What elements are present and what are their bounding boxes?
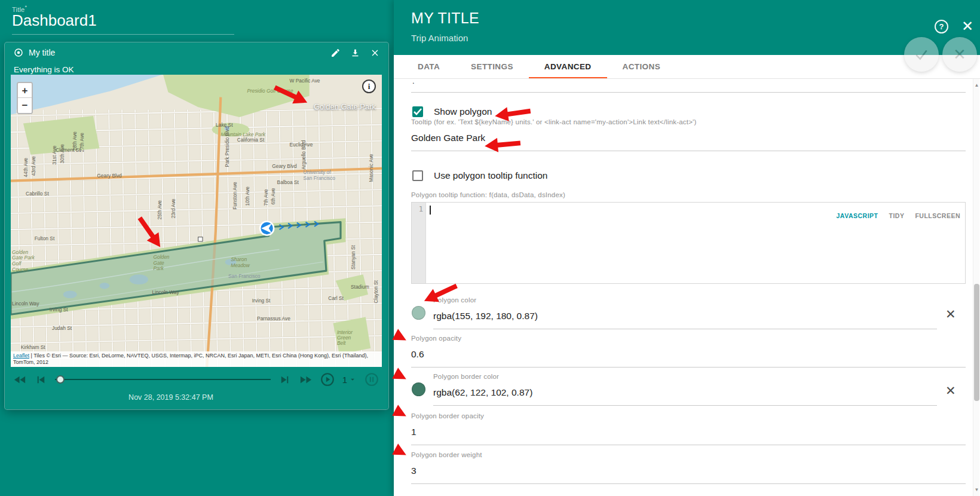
editor-language-button[interactable]: JAVASCRIPT xyxy=(837,212,878,219)
dialog-title: MY TITLE xyxy=(411,10,479,27)
map-polygon-tooltip: Golden Gate Park xyxy=(314,102,376,111)
widget-settings-dialog: MY TITLE Trip Animation ? ✕ ✕ DATA SETTI… xyxy=(394,0,980,496)
use-tooltip-function-label: Use polygon tooltip function xyxy=(434,170,547,181)
dialog-scrollbar[interactable]: ▲ ▼ xyxy=(973,79,979,496)
attribution-text: | Tiles © Esri — Source: Esri, DeLorme, … xyxy=(13,353,368,365)
code-editor[interactable]: 1 JAVASCRIPT TIDY FULLSCREEN xyxy=(411,202,966,284)
dialog-subtitle: Trip Animation xyxy=(411,33,468,43)
use-tooltip-function-checkbox[interactable] xyxy=(412,170,423,181)
dialog-header: MY TITLE Trip Animation ? ✕ xyxy=(394,0,980,55)
use-tooltip-function-row: Use polygon tooltip function xyxy=(412,170,547,181)
tooltip-field-label: Tooltip (for ex. 'Text ${keyName} units.… xyxy=(411,118,966,125)
map-info-icon[interactable]: i xyxy=(362,79,376,93)
zoom-in-button[interactable]: + xyxy=(18,83,32,98)
target-icon xyxy=(13,47,24,58)
player-timestamp: Nov 28, 2019 5:32:47 PM xyxy=(68,393,274,402)
polygon-vertex-handle xyxy=(198,237,203,241)
tab-settings[interactable]: SETTINGS xyxy=(455,55,529,78)
polygon-border-color-input[interactable]: rgba(62, 122, 102, 0.87) xyxy=(433,380,937,406)
editor-fullscreen-button[interactable]: FULLSCREEN xyxy=(915,212,960,219)
widget-header: My title xyxy=(5,42,388,63)
map-widget: My title Everything is OK xyxy=(5,42,388,409)
edit-icon[interactable] xyxy=(330,48,341,58)
polygon-border-weight-input[interactable]: 3 xyxy=(411,458,966,484)
dropdown-caret-icon xyxy=(348,375,357,384)
slider-track xyxy=(55,379,271,380)
editor-tidy-button[interactable]: TIDY xyxy=(889,212,904,219)
polygon-border-color-field: Polygon border color rgba(62, 122, 102, … xyxy=(411,373,966,406)
zoom-out-button[interactable]: − xyxy=(18,98,32,113)
pause-button[interactable] xyxy=(364,372,379,387)
close-icon[interactable] xyxy=(370,48,380,58)
tab-advanced[interactable]: ADVANCED xyxy=(529,55,607,78)
line-number: 1 xyxy=(419,205,423,213)
fast-rewind-button[interactable] xyxy=(13,373,27,387)
previous-field-value[interactable]: . xyxy=(411,76,966,93)
play-button[interactable] xyxy=(320,372,335,387)
clear-polygon-color-icon[interactable]: ✕ xyxy=(945,307,956,322)
polygon-border-opacity-input[interactable]: 1 xyxy=(411,420,966,445)
leaflet-map[interactable]: W Pacific AvePresidio Golf CourseMountai… xyxy=(11,75,382,367)
trip-player-controls: 1 Nov 28, 2019 5:32:47 PM xyxy=(11,371,382,406)
map-canvas xyxy=(11,75,382,367)
clear-polygon-border-color-icon[interactable]: ✕ xyxy=(945,384,956,398)
fast-forward-button[interactable] xyxy=(299,373,313,387)
scrollbar-thumb[interactable] xyxy=(974,284,979,401)
check-icon xyxy=(914,47,929,62)
leaflet-link[interactable]: Leaflet xyxy=(13,353,29,359)
polygon-opacity-label: Polygon opacity xyxy=(411,335,966,342)
apply-fab-button[interactable] xyxy=(904,37,939,72)
speed-select[interactable]: 1 xyxy=(342,375,357,385)
show-polygon-checkbox[interactable] xyxy=(412,106,423,117)
editor-caret xyxy=(430,206,431,215)
map-attribution: Leaflet | Tiles © Esri — Source: Esri, D… xyxy=(11,351,382,368)
time-slider[interactable] xyxy=(55,372,271,387)
polygon-border-color-swatch[interactable] xyxy=(412,382,425,396)
dialog-tabs: DATA SETTINGS ADVANCED ACTIONS xyxy=(394,55,980,79)
polygon-color-label: Polygon color xyxy=(433,296,937,304)
polygon-color-input[interactable]: rgba(155, 192, 180, 0.87) xyxy=(433,304,937,329)
required-mark: * xyxy=(24,4,27,10)
map-zoom-control: + − xyxy=(17,82,33,114)
widget-status-text: Everything is OK xyxy=(14,65,74,74)
polygon-opacity-input[interactable]: 0.6 xyxy=(411,342,966,368)
close-icon: ✕ xyxy=(953,45,966,64)
app-root: Title* Dashboard1 My title Everything is… xyxy=(0,0,980,496)
polygon-border-color-label: Polygon border color xyxy=(433,373,937,380)
slider-knob[interactable] xyxy=(56,375,65,384)
cancel-fab-button[interactable]: ✕ xyxy=(942,37,977,72)
polygon-opacity-field: Polygon opacity 0.6 xyxy=(411,335,966,368)
scroll-down-icon[interactable]: ▼ xyxy=(973,487,980,492)
widget-title: My title xyxy=(29,48,330,57)
tooltip-function-label-row: Polygon tooltip function: f(data, dsData… xyxy=(411,191,966,198)
tab-data[interactable]: DATA xyxy=(402,55,455,78)
tooltip-input[interactable]: Golden Gate Park xyxy=(411,125,966,151)
polygon-color-swatch[interactable] xyxy=(412,306,425,320)
scroll-up-icon[interactable]: ▲ xyxy=(973,82,980,88)
help-icon[interactable]: ? xyxy=(935,20,948,33)
polygon-border-opacity-label: Polygon border opacity xyxy=(411,412,966,420)
polygon-border-weight-label: Polygon border weight xyxy=(411,451,966,458)
tab-actions[interactable]: ACTIONS xyxy=(607,55,676,78)
skip-next-button[interactable] xyxy=(278,373,292,387)
tooltip-field: Tooltip (for ex. 'Text ${keyName} units.… xyxy=(411,118,966,151)
polygon-color-field: Polygon color rgba(155, 192, 180, 0.87) … xyxy=(411,296,966,329)
dashboard-panel: Title* Dashboard1 My title Everything is… xyxy=(0,0,394,496)
download-icon[interactable] xyxy=(350,48,360,58)
dashboard-title-input[interactable]: Dashboard1 xyxy=(12,11,234,35)
dialog-close-icon[interactable]: ✕ xyxy=(959,18,976,35)
speed-value: 1 xyxy=(342,375,347,385)
polygon-border-opacity-field: Polygon border opacity 1 xyxy=(411,412,966,445)
polygon-border-weight-field: Polygon border weight 3 xyxy=(411,451,966,484)
show-polygon-row: Show polygon xyxy=(412,106,492,117)
tooltip-function-label: Polygon tooltip function: f(data, dsData… xyxy=(411,191,966,198)
skip-previous-button[interactable] xyxy=(34,373,48,387)
editor-gutter: 1 xyxy=(412,203,426,283)
show-polygon-label: Show polygon xyxy=(434,106,492,117)
previous-field-partial: . xyxy=(411,76,966,93)
